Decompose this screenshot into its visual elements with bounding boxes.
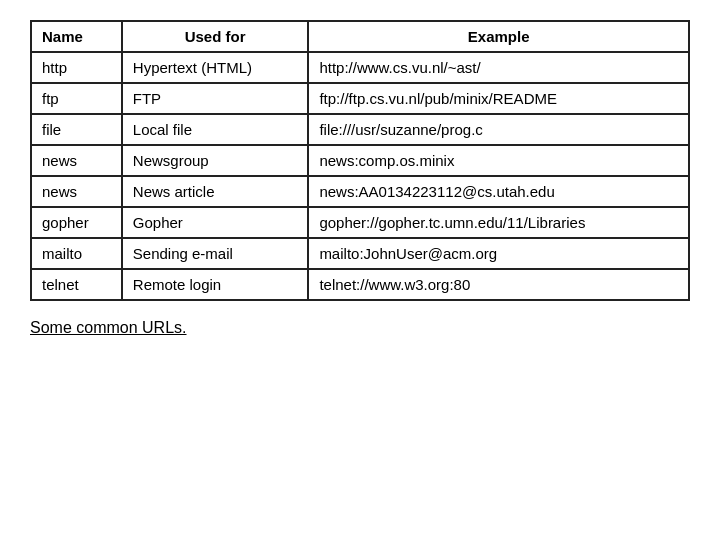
cell-used-for: News article (122, 176, 309, 207)
cell-name: file (31, 114, 122, 145)
table-row: newsNews articlenews:AA0134223112@cs.uta… (31, 176, 689, 207)
cell-example: news:AA0134223112@cs.utah.edu (308, 176, 689, 207)
cell-used-for: Hypertext (HTML) (122, 52, 309, 83)
table-row: gopherGophergopher://gopher.tc.umn.edu/1… (31, 207, 689, 238)
cell-example: ftp://ftp.cs.vu.nl/pub/minix/README (308, 83, 689, 114)
cell-example: mailto:JohnUser@acm.org (308, 238, 689, 269)
cell-example: file:///usr/suzanne/prog.c (308, 114, 689, 145)
table-row: newsNewsgroupnews:comp.os.minix (31, 145, 689, 176)
cell-used-for: Gopher (122, 207, 309, 238)
col-header-name: Name (31, 21, 122, 52)
col-header-used-for: Used for (122, 21, 309, 52)
table-row: telnetRemote logintelnet://www.w3.org:80 (31, 269, 689, 300)
cell-name: http (31, 52, 122, 83)
table-row: httpHypertext (HTML)http://www.cs.vu.nl/… (31, 52, 689, 83)
url-table-container: Name Used for Example httpHypertext (HTM… (30, 20, 690, 301)
cell-used-for: Local file (122, 114, 309, 145)
cell-name: ftp (31, 83, 122, 114)
cell-used-for: FTP (122, 83, 309, 114)
cell-name: mailto (31, 238, 122, 269)
cell-example: telnet://www.w3.org:80 (308, 269, 689, 300)
cell-name: gopher (31, 207, 122, 238)
cell-name: news (31, 176, 122, 207)
col-header-example: Example (308, 21, 689, 52)
table-header-row: Name Used for Example (31, 21, 689, 52)
cell-used-for: Remote login (122, 269, 309, 300)
cell-name: telnet (31, 269, 122, 300)
table-caption: Some common URLs. (30, 319, 690, 337)
table-row: mailtoSending e-mailmailto:JohnUser@acm.… (31, 238, 689, 269)
cell-example: gopher://gopher.tc.umn.edu/11/Libraries (308, 207, 689, 238)
url-table: Name Used for Example httpHypertext (HTM… (30, 20, 690, 301)
cell-example: http://www.cs.vu.nl/~ast/ (308, 52, 689, 83)
table-row: ftpFTPftp://ftp.cs.vu.nl/pub/minix/READM… (31, 83, 689, 114)
cell-used-for: Newsgroup (122, 145, 309, 176)
cell-used-for: Sending e-mail (122, 238, 309, 269)
cell-example: news:comp.os.minix (308, 145, 689, 176)
cell-name: news (31, 145, 122, 176)
table-row: fileLocal filefile:///usr/suzanne/prog.c (31, 114, 689, 145)
